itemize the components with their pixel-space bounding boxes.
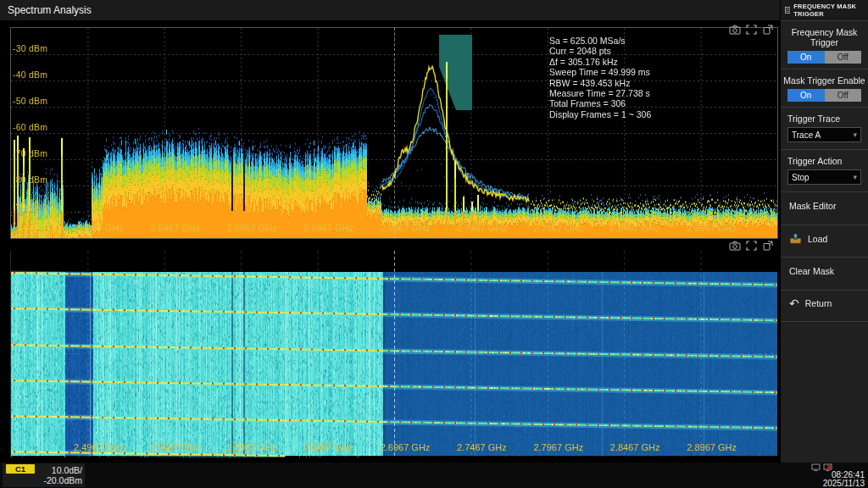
- x-axis-label: 2.5967 GHz: [216, 223, 287, 233]
- freq-mask-trigger-label: Frequency Mask Trigger: [782, 27, 866, 47]
- panel-doc-icon: [785, 6, 790, 14]
- info-line: RBW = 439.453 kHz: [549, 78, 651, 88]
- spectrogram-panel-toolbar: [729, 241, 773, 251]
- y-axis-label: -100 dBm: [13, 227, 53, 237]
- chevron-down-icon: ▾: [853, 173, 857, 181]
- trigger-action-label: Trigger Action: [787, 156, 866, 166]
- x-axis-label: 2.6967 GHz: [370, 223, 441, 233]
- app-header: Spectrum Analysis: [0, 0, 780, 20]
- x-axis-label: 2.4967 GHz: [63, 223, 134, 233]
- acquisition-info: Sa = 625.00 MSa/sCurr = 2048 ptsΔf = 305…: [549, 36, 651, 119]
- x-axis-label: 2.7467 GHz: [446, 223, 517, 233]
- x-axis-label: 2.5467 GHz: [140, 442, 211, 452]
- y-axis-label: -30 dBm: [13, 43, 47, 53]
- spectrogram-panel[interactable]: [10, 251, 777, 458]
- y-axis-label: -80 dBm: [13, 175, 47, 185]
- trigger-trace-dropdown[interactable]: Trace A ▾: [787, 127, 861, 142]
- clock-date: 2025/11/13: [823, 479, 865, 488]
- x-axis-label: 2.7967 GHz: [523, 223, 594, 233]
- channel-1-scale: 10.0dB/: [52, 465, 82, 475]
- trigger-action-value: Stop: [792, 173, 810, 182]
- load-icon: [789, 233, 802, 244]
- x-axis-label: 2.6967 GHz: [370, 442, 441, 452]
- mask-editor-button[interactable]: Mask Editor: [781, 192, 868, 219]
- x-axis-label: 2.7467 GHz: [446, 442, 517, 452]
- spectrogram-canvas[interactable]: [11, 251, 777, 458]
- y-axis-label: -40 dBm: [13, 69, 47, 80]
- chevron-down-icon: ▾: [853, 130, 857, 139]
- freq-mask-trigger-toggle: On Off: [787, 51, 861, 64]
- info-line: Δf = 305.176 kHz: [549, 57, 651, 67]
- return-icon: ↶: [789, 298, 799, 308]
- mask-trigger-enable-off-button[interactable]: Off: [825, 89, 862, 102]
- info-line: Total Frames = 306: [549, 98, 651, 108]
- trigger-trace-value: Trace A: [792, 130, 821, 140]
- frequency-mask-trigger-panel: FREQUENCY MASK TRIGGER Frequency Mask Tr…: [780, 0, 868, 463]
- x-axis-label: 2.7967 GHz: [523, 442, 594, 452]
- divider: [781, 321, 868, 322]
- info-line: Measure Time = 27.738 s: [549, 88, 651, 98]
- channel-1-module[interactable]: C1 10.0dB/ -20.0dBm: [3, 463, 85, 487]
- fullscreen-icon[interactable]: [746, 25, 757, 35]
- panel-title: FREQUENCY MASK TRIGGER: [793, 3, 868, 18]
- mask-trigger-enable-on-button[interactable]: On: [787, 89, 825, 102]
- detach-window-icon[interactable]: [762, 241, 773, 251]
- freq-mask-trigger-on-button[interactable]: On: [787, 51, 825, 64]
- y-axis-label: -60 dBm: [13, 122, 47, 132]
- spectrum-plot-panel[interactable]: [10, 27, 778, 239]
- divider: [781, 107, 868, 108]
- divider: [781, 69, 868, 69]
- trigger-action-dropdown[interactable]: Stop ▾: [787, 169, 861, 185]
- y-axis-label: -50 dBm: [13, 96, 47, 106]
- load-button[interactable]: Load: [781, 225, 868, 252]
- channel-1-offset: -20.0dBm: [43, 475, 82, 485]
- mask-trigger-enable-label: Mask Trigger Enable: [782, 75, 866, 86]
- fullscreen-icon[interactable]: [746, 241, 757, 251]
- trigger-trace-label: Trigger Trace: [787, 114, 866, 124]
- return-label: Return: [805, 298, 832, 308]
- x-axis-label: 2.5967 GHz: [216, 442, 287, 452]
- info-line: Sweep Time = 49.999 ms: [549, 67, 651, 77]
- freq-mask-trigger-off-button[interactable]: Off: [825, 51, 862, 64]
- screen: Spectrum Analysis -30 dBm-40 dBm-50 dBm-…: [0, 0, 868, 488]
- x-axis-label: 2.6467 GHz: [293, 442, 364, 452]
- spectrum-canvas[interactable]: [11, 28, 777, 238]
- x-axis-label: 2.8967 GHz: [676, 442, 748, 452]
- camera-icon[interactable]: [729, 241, 741, 251]
- page-title: Spectrum Analysis: [8, 4, 92, 16]
- y-axis-label: -90 dBm: [13, 201, 47, 211]
- x-axis-label: 2.8467 GHz: [599, 223, 670, 233]
- info-line: Sa = 625.00 MSa/s: [549, 36, 651, 46]
- panel-header: FREQUENCY MASK TRIGGER: [781, 0, 868, 21]
- detach-window-icon[interactable]: [762, 25, 773, 35]
- info-line: Curr = 2048 pts: [549, 46, 651, 56]
- clear-mask-button[interactable]: Clear Mask: [781, 258, 868, 285]
- y-axis-label: -70 dBm: [13, 148, 47, 158]
- x-axis-label: 2.6467 GHz: [293, 223, 364, 233]
- camera-icon[interactable]: [729, 25, 741, 35]
- divider: [781, 149, 868, 150]
- channel-1-badge[interactable]: C1: [6, 464, 35, 474]
- clock-module: 08:26:41 2025/11/13: [800, 463, 866, 488]
- spectrum-panel-toolbar: [729, 25, 773, 35]
- load-label: Load: [808, 234, 827, 244]
- return-button[interactable]: ↶ Return: [781, 291, 868, 316]
- x-axis-label: 2.4967 GHz: [63, 442, 134, 452]
- mask-trigger-enable-toggle: On Off: [787, 89, 861, 102]
- info-line: Display Frames = 1 ~ 306: [549, 109, 651, 119]
- x-axis-label: 2.8967 GHz: [676, 223, 748, 233]
- x-axis-label: 2.8467 GHz: [599, 442, 670, 452]
- bottom-status-bar: C1 10.0dB/ -20.0dBm 08:26:41 2025/11/13: [0, 463, 868, 488]
- lan-icon: [811, 463, 821, 471]
- x-axis-label: 2.5467 GHz: [140, 223, 211, 233]
- network-status-icons: [811, 463, 832, 471]
